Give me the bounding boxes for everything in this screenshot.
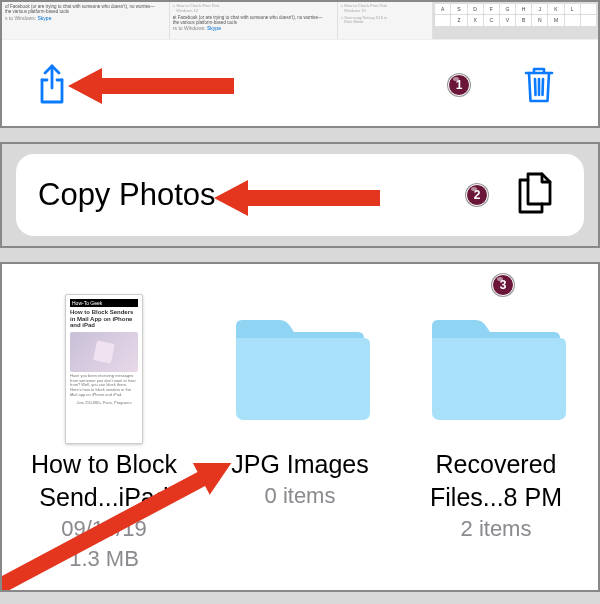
keyboard-preview: ASDFGHJKL ZXCVBNM [433, 2, 598, 39]
document-thumbnail: How-To Geek How to Block Senders in Mail… [65, 294, 143, 444]
folder-icon [230, 314, 370, 424]
annotation-arrow [68, 64, 238, 112]
copy-photos-label: Copy Photos [38, 177, 216, 213]
file-item-folder[interactable]: Recovered Files...8 PM 2 items [404, 282, 588, 573]
folder-icon [426, 314, 566, 424]
tab-link-row: s to Windows: Skype [5, 15, 166, 21]
folder-title: Files...8 PM [430, 481, 562, 514]
app-preview-tab[interactable]: ○ How to Check Free Disk Windows 10 et F… [170, 2, 338, 39]
folder-title: Recovered [436, 448, 557, 481]
svg-marker-0 [68, 68, 234, 104]
share-icon [34, 64, 70, 106]
file-item-document[interactable]: How-To Geek How to Block Senders in Mail… [12, 282, 196, 573]
share-button[interactable] [30, 60, 74, 110]
toolbar: 1 [2, 40, 598, 128]
step-badge-1: 1 [448, 74, 470, 96]
file-date: 09/10/19 [61, 514, 147, 544]
tab-link-row: rs to Windows: Skype [173, 25, 334, 31]
svg-marker-1 [214, 180, 380, 216]
app-preview-tab[interactable]: ○ How to Check Free Disk Windows 10 ○ Sa… [338, 2, 433, 39]
panel-share-toolbar: of Facebook (or are trying to chat with … [0, 0, 600, 128]
step-badge-2: 2 [466, 184, 488, 206]
app-switcher-strip: of Facebook (or are trying to chat with … [2, 2, 598, 40]
share-sheet-row[interactable]: Copy Photos 2 [16, 154, 584, 236]
folder-item-count: 0 items [265, 481, 336, 511]
panel-share-sheet: Copy Photos 2 [0, 142, 600, 248]
annotation-arrow [214, 176, 384, 224]
file-size: 1.3 MB [69, 544, 139, 574]
copy-icon [514, 170, 554, 220]
file-title: Send...iPad [39, 481, 168, 514]
folder-title: JPG Images [231, 448, 369, 481]
file-item-folder[interactable]: JPG Images 0 items [208, 282, 392, 573]
delete-button[interactable] [518, 61, 560, 109]
app-preview-tab[interactable]: of Facebook (or are trying to chat with … [2, 2, 170, 39]
panel-files-grid: 3 How-To Geek How to Block Senders in Ma… [0, 262, 600, 592]
folder-item-count: 2 items [461, 514, 532, 544]
file-title: How to Block [31, 448, 177, 481]
trash-icon [522, 65, 556, 105]
